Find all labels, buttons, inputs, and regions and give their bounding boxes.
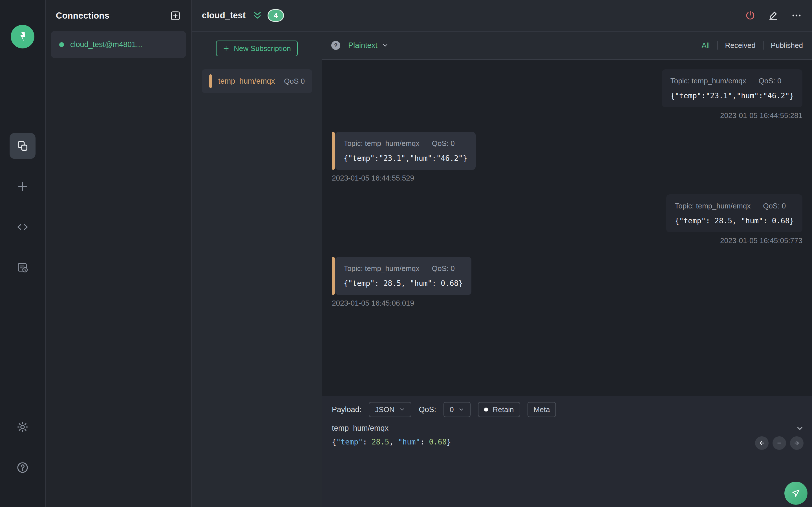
sidebar-item-script[interactable] <box>10 214 36 240</box>
pencil-icon <box>768 10 779 21</box>
message-received: Topic: temp_hum/emqx QoS: 0 {"temp": 28.… <box>332 257 802 307</box>
message-card[interactable]: Topic: temp_hum/emqx QoS: 0 {"temp":"23.… <box>335 132 476 170</box>
arrow-right-icon <box>794 440 800 446</box>
plus-icon <box>222 45 230 52</box>
ellipsis-icon <box>791 10 802 21</box>
sidebar-item-log[interactable] <box>10 255 36 281</box>
app-sidebar <box>0 0 46 507</box>
send-message-button[interactable] <box>784 482 808 505</box>
meta-label: Meta <box>534 405 550 414</box>
next-payload-button[interactable] <box>790 436 804 450</box>
collapse-history-button[interactable] <box>772 436 786 450</box>
help-circle-icon <box>16 461 29 474</box>
double-chevron-down-icon <box>252 10 263 21</box>
message-topic: Topic: temp_hum/emqx <box>670 76 746 86</box>
publish-panel: Payload: JSON QoS: 0 Retain <box>322 396 812 507</box>
connection-view: cloud_test 4 <box>192 0 812 507</box>
message-qos: QoS: 0 <box>759 76 781 86</box>
message-published: Topic: temp_hum/emqx QoS: 0 {"temp": 28.… <box>332 194 802 245</box>
connection-title: cloud_test <box>202 10 246 20</box>
qos-value: 0 <box>450 405 454 414</box>
message-qos: QoS: 0 <box>432 139 455 148</box>
message-card[interactable]: Topic: temp_hum/emqx QoS: 0 {"temp": 28.… <box>666 194 802 232</box>
chevron-down-icon <box>458 406 464 413</box>
message-received: Topic: temp_hum/emqx QoS: 0 {"temp":"23.… <box>332 132 802 182</box>
subscriptions-panel: New Subscription temp_hum/emqx QoS 0 <box>192 32 322 507</box>
chevron-down-icon <box>796 424 804 433</box>
meta-button[interactable]: Meta <box>527 402 556 417</box>
json-token: "hum" <box>398 438 420 446</box>
publish-topic-input[interactable]: temp_hum/emqx <box>332 424 796 433</box>
payload-type-select[interactable]: JSON <box>369 402 411 417</box>
filter-divider <box>763 41 763 50</box>
connection-list-item[interactable]: cloud_test@m4801... <box>51 31 186 58</box>
message-timestamp: 2023-01-05 16:45:05:773 <box>720 236 802 245</box>
power-icon <box>745 10 756 21</box>
message-count-badge: 4 <box>267 9 284 22</box>
connection-titlebar: cloud_test 4 <box>192 0 812 32</box>
edit-connection-button[interactable] <box>768 10 779 21</box>
previous-payload-button[interactable] <box>755 436 769 450</box>
plus-icon <box>16 180 29 193</box>
payload-history-nav <box>755 436 804 450</box>
qos-select[interactable]: 0 <box>444 402 470 417</box>
json-token: 28.5 <box>371 438 389 446</box>
message-card[interactable]: Topic: temp_hum/emqx QoS: 0 {"temp":"23.… <box>662 69 802 107</box>
received-marker <box>332 132 335 170</box>
payload-format-select[interactable]: Plaintext <box>348 41 389 50</box>
arrow-left-icon <box>758 440 765 446</box>
filter-received[interactable]: Received <box>725 41 755 50</box>
message-qos: QoS: 0 <box>763 202 786 210</box>
gear-icon <box>16 420 29 434</box>
filter-all[interactable]: All <box>702 41 710 50</box>
message-topic: Topic: temp_hum/emqx <box>675 202 751 210</box>
json-token: { <box>332 438 336 446</box>
message-timestamp: 2023-01-05 16:45:06:019 <box>332 299 414 307</box>
message-topic: Topic: temp_hum/emqx <box>344 264 419 273</box>
filter-published[interactable]: Published <box>771 41 803 50</box>
mqttx-bolt-icon <box>16 30 29 43</box>
messages-toolbar: ? Plaintext All Received Published <box>322 32 812 60</box>
sidebar-item-connections[interactable] <box>10 133 36 159</box>
connections-panel: Connections cloud_test@m4801... <box>46 0 192 507</box>
subscription-item[interactable]: temp_hum/emqx QoS 0 <box>202 69 312 93</box>
retain-indicator-dot <box>484 407 488 411</box>
message-payload: {"temp":"23.1","hum":"46.2"} <box>670 92 794 100</box>
collapse-panel-button[interactable] <box>252 10 263 21</box>
connected-status-dot <box>59 42 64 47</box>
json-token: : <box>363 438 371 446</box>
json-token: : <box>420 438 429 446</box>
code-icon <box>16 221 29 233</box>
more-options-button[interactable] <box>791 10 802 21</box>
retain-label: Retain <box>493 405 514 414</box>
payload-type-value: JSON <box>375 405 395 414</box>
filter-divider <box>717 41 718 50</box>
add-connection-button[interactable] <box>169 10 182 22</box>
message-timestamp: 2023-01-05 16:44:55:281 <box>720 111 802 120</box>
plus-square-icon <box>170 10 181 21</box>
sidebar-item-new-connection[interactable] <box>10 173 36 200</box>
new-subscription-label: New Subscription <box>234 44 291 53</box>
message-card[interactable]: Topic: temp_hum/emqx QoS: 0 {"temp": 28.… <box>335 257 471 295</box>
mqttx-logo <box>11 25 35 48</box>
json-token: 0.68 <box>429 438 447 446</box>
sidebar-item-help[interactable] <box>10 455 36 481</box>
paper-plane-icon <box>791 488 801 498</box>
qos-label: QoS: <box>419 405 436 414</box>
collapse-publish-button[interactable] <box>796 424 804 433</box>
connection-name: cloud_test@m4801... <box>70 40 142 49</box>
connections-title: Connections <box>56 11 109 21</box>
subscription-qos: QoS 0 <box>284 77 305 86</box>
retain-toggle[interactable]: Retain <box>478 402 520 417</box>
payload-type-label: Payload: <box>332 405 361 414</box>
sidebar-item-settings[interactable] <box>10 414 36 440</box>
new-subscription-button[interactable]: New Subscription <box>216 41 298 56</box>
subscription-color-marker <box>209 74 212 88</box>
disconnect-button[interactable] <box>745 10 756 21</box>
payload-format-value: Plaintext <box>348 41 377 50</box>
subscription-topic: temp_hum/emqx <box>218 77 275 86</box>
payload-format-help-icon[interactable]: ? <box>331 41 340 50</box>
log-icon <box>16 261 29 274</box>
connections-icon <box>16 139 29 152</box>
publish-payload-editor[interactable]: {"temp": 28.5, "hum": 0.68} <box>332 438 802 446</box>
